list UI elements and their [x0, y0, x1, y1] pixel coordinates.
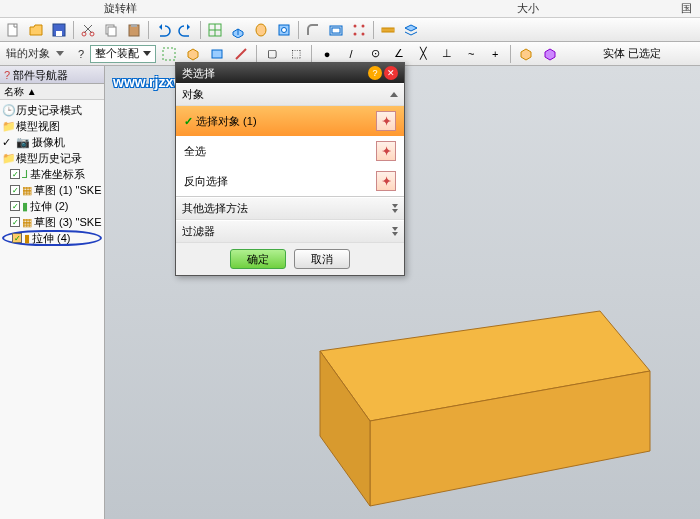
cut-icon[interactable] [77, 19, 99, 41]
dropdown-icon[interactable] [56, 51, 64, 56]
tree-extrude-4[interactable]: ✓▮拉伸 (4) [2, 230, 102, 246]
navigator-title: ? 部件导航器 [0, 66, 104, 84]
class-selection-dialog: 类选择 ? ✕ 对象 ✓ 选择对象 (1) ✦ 全选 ✦ [175, 62, 405, 276]
snap-plus-icon[interactable]: + [484, 43, 506, 65]
tree-csys[interactable]: ✓⅃基准坐标系 [2, 166, 102, 182]
save-icon[interactable] [48, 19, 70, 41]
snap-perp-icon[interactable]: ⊥ [436, 43, 458, 65]
part-navigator: ? 部件导航器 名称 ▲ 🕒历史记录模式 📁模型视图 ✓📷摄像机 📁模型历史记录… [0, 66, 105, 519]
menu-bar: 旋转样 大小 国 [0, 0, 700, 18]
row-select-all[interactable]: 全选 ✦ [176, 136, 404, 166]
expand-icon [392, 227, 398, 236]
new-icon[interactable] [2, 19, 24, 41]
status-text: 实体 已选定 [603, 46, 661, 61]
menu-item-3[interactable]: 国 [681, 1, 692, 16]
fillet-icon[interactable] [302, 19, 324, 41]
dialog-help-icon[interactable]: ? [368, 66, 382, 80]
invert-icon[interactable]: ✦ [376, 171, 396, 191]
select-all-icon[interactable]: ✦ [376, 141, 396, 161]
svg-point-18 [362, 32, 365, 35]
filter-label: ? [74, 48, 88, 60]
dialog-title: 类选择 [182, 66, 215, 81]
svg-point-12 [282, 27, 287, 32]
svg-rect-6 [108, 27, 116, 36]
view-box-icon[interactable] [515, 43, 537, 65]
expand-icon [392, 204, 398, 213]
dialog-close-icon[interactable]: ✕ [384, 66, 398, 80]
row-select-object[interactable]: ✓ 选择对象 (1) ✦ [176, 106, 404, 136]
open-icon[interactable] [25, 19, 47, 41]
section-filter[interactable]: 过滤器 [176, 220, 404, 243]
sketch-icon[interactable] [204, 19, 226, 41]
tree-model-views[interactable]: 📁模型视图 [2, 118, 102, 134]
svg-rect-14 [332, 28, 340, 33]
svg-point-17 [354, 32, 357, 35]
section-other-methods[interactable]: 其他选择方法 [176, 197, 404, 220]
row-invert[interactable]: 反向选择 ✦ [176, 166, 404, 196]
tree-model-history[interactable]: 📁模型历史记录 [2, 150, 102, 166]
svg-rect-21 [212, 50, 222, 58]
svg-point-15 [354, 24, 357, 27]
collapse-icon [390, 92, 398, 97]
svg-rect-0 [8, 24, 17, 36]
snap-int-icon[interactable]: ╳ [412, 43, 434, 65]
navigator-header[interactable]: 名称 ▲ [0, 84, 104, 100]
filter-prefix: 辑的对象 [2, 46, 54, 61]
tree-sketch-3[interactable]: ✓▦草图 (3) "SKE [2, 214, 102, 230]
tree-history-mode[interactable]: 🕒历史记录模式 [2, 102, 102, 118]
tree-cameras[interactable]: ✓📷摄像机 [2, 134, 102, 150]
tree-sketch-1[interactable]: ✓▦草图 (1) "SKE [2, 182, 102, 198]
svg-point-16 [362, 24, 365, 27]
menu-item-2[interactable]: 大小 [517, 1, 539, 16]
redo-icon[interactable] [175, 19, 197, 41]
svg-point-10 [256, 24, 266, 36]
svg-rect-2 [56, 31, 62, 36]
svg-rect-8 [131, 24, 137, 27]
revolve-icon[interactable] [250, 19, 272, 41]
hole-icon[interactable] [273, 19, 295, 41]
svg-rect-20 [163, 48, 175, 60]
pattern-icon[interactable] [348, 19, 370, 41]
copy-icon[interactable] [100, 19, 122, 41]
layer-icon[interactable] [400, 19, 422, 41]
section-object[interactable]: 对象 [176, 83, 404, 106]
assembly-combo[interactable]: 整个装配 [90, 45, 156, 63]
solid-body[interactable] [220, 261, 700, 519]
toolbar-main [0, 18, 700, 42]
shell-icon[interactable] [325, 19, 347, 41]
extrude-icon[interactable] [227, 19, 249, 41]
dialog-titlebar[interactable]: 类选择 ? ✕ [176, 63, 404, 83]
select-target-icon[interactable]: ✦ [376, 111, 396, 131]
viewport[interactable]: www.rjzxw.com 类选择 ? ✕ 对象 ✓ 选择对象 (1) ✦ 全 [105, 66, 700, 519]
tree-extrude-2[interactable]: ✓▮拉伸 (2) [2, 198, 102, 214]
paste-icon[interactable] [123, 19, 145, 41]
menu-item-1[interactable]: 旋转样 [104, 1, 137, 16]
snap-curve-icon[interactable]: ~ [460, 43, 482, 65]
undo-icon[interactable] [152, 19, 174, 41]
measure-icon[interactable] [377, 19, 399, 41]
navigator-tree: 🕒历史记录模式 📁模型视图 ✓📷摄像机 📁模型历史记录 ✓⅃基准坐标系 ✓▦草图… [0, 100, 104, 248]
view-box2-icon[interactable] [539, 43, 561, 65]
